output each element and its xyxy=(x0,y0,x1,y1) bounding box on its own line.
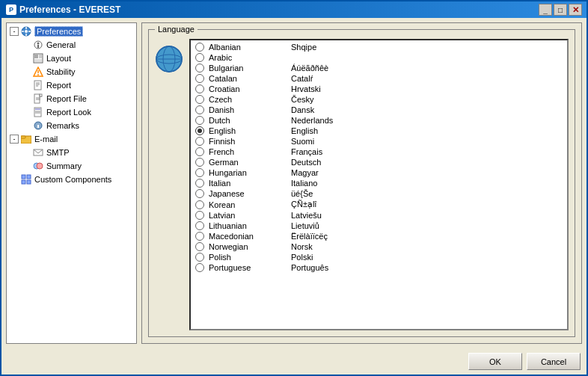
language-native: Česky xyxy=(291,95,314,104)
language-radio[interactable] xyxy=(195,211,204,220)
language-item[interactable]: PortuguesePortuguês xyxy=(192,262,566,273)
language-native: Suomi xyxy=(291,137,314,146)
minimize-button[interactable]: _ xyxy=(539,4,552,16)
language-item[interactable]: DutchNederlands xyxy=(192,115,566,126)
language-radio[interactable] xyxy=(195,43,204,52)
sidebar-item-smtp[interactable]: SMTP xyxy=(8,146,135,159)
language-item[interactable]: LithuanianLietuviů xyxy=(192,221,566,231)
language-item[interactable]: FrenchFrançais xyxy=(192,147,566,157)
language-radio[interactable] xyxy=(195,116,204,125)
language-radio[interactable] xyxy=(195,221,204,230)
language-item[interactable]: AlbanianShqipe xyxy=(192,42,566,52)
cancel-button[interactable]: Cancel xyxy=(527,353,581,370)
sidebar-item-remarks[interactable]: Remarks xyxy=(8,119,135,132)
custom-components-icon xyxy=(20,173,32,185)
language-item[interactable]: CatalanCatalŕ xyxy=(192,73,566,84)
language-native: ÇÑ±ạlî xyxy=(291,200,316,209)
remarks-label: Remarks xyxy=(46,121,79,130)
language-radio[interactable] xyxy=(195,53,204,62)
svg-rect-33 xyxy=(21,136,25,138)
language-native: Português xyxy=(291,263,328,272)
language-radio[interactable] xyxy=(195,64,204,73)
svg-rect-26 xyxy=(35,108,40,110)
language-radio[interactable] xyxy=(195,74,204,83)
language-item[interactable]: PolishPolski xyxy=(192,252,566,262)
sidebar-item-stability[interactable]: Stability xyxy=(8,65,135,78)
sidebar-item-report-look[interactable]: Report Look xyxy=(8,105,135,119)
ok-button[interactable]: OK xyxy=(468,353,522,370)
language-native: Deutsch xyxy=(291,158,321,167)
language-item[interactable]: DanishDansk xyxy=(192,105,566,115)
custom-components-label: Custom Components xyxy=(34,175,111,184)
language-radio[interactable] xyxy=(195,189,204,198)
language-radio[interactable] xyxy=(195,263,204,272)
language-radio[interactable] xyxy=(195,105,204,114)
language-item[interactable]: LatvianLatviešu xyxy=(192,210,566,221)
sidebar-item-summary[interactable]: Summary xyxy=(8,159,135,173)
language-name: French xyxy=(209,147,291,156)
language-native: Italiano xyxy=(291,179,317,188)
language-item[interactable]: GermanDeutsch xyxy=(192,157,566,167)
language-radio[interactable] xyxy=(195,168,204,177)
language-item[interactable]: MacedonianËrëlàïïcëç xyxy=(192,231,566,241)
sidebar-item-preferences[interactable]: - Preferences xyxy=(8,25,135,38)
svg-point-1 xyxy=(25,30,28,33)
sidebar-item-layout[interactable]: Layout xyxy=(8,52,135,65)
language-radio[interactable] xyxy=(195,179,204,188)
language-item[interactable]: HungarianMagyar xyxy=(192,167,566,178)
svg-rect-16 xyxy=(34,81,41,90)
language-radio[interactable] xyxy=(195,242,204,251)
sidebar-item-custom-components[interactable]: Custom Components xyxy=(8,173,135,186)
language-item[interactable]: ItalianItaliano xyxy=(192,178,566,188)
sidebar-item-report[interactable]: Report xyxy=(8,78,135,92)
close-button[interactable]: ✕ xyxy=(569,4,582,16)
stability-label: Stability xyxy=(46,67,76,76)
report-look-label: Report Look xyxy=(46,108,91,117)
language-radio[interactable] xyxy=(195,232,204,241)
language-native: üé{Še xyxy=(291,189,313,198)
sidebar-item-report-file[interactable]: Report File xyxy=(8,92,135,105)
svg-point-36 xyxy=(37,163,43,169)
language-radio[interactable] xyxy=(195,147,204,156)
language-radio[interactable] xyxy=(195,84,204,93)
sidebar-item-general[interactable]: General xyxy=(8,38,135,52)
language-native: Polski xyxy=(291,253,313,262)
language-item[interactable]: CroatianHrvatski xyxy=(192,84,566,94)
svg-rect-10 xyxy=(34,55,38,58)
report-icon xyxy=(32,79,44,91)
language-native: Áúëãðñêè xyxy=(291,64,328,73)
language-item[interactable]: FinnishSuomi xyxy=(192,136,566,147)
report-file-icon xyxy=(32,93,44,105)
language-native: Hrvatski xyxy=(291,84,321,93)
language-item[interactable]: NorwegianNorsk xyxy=(192,241,566,252)
language-name: Czech xyxy=(209,95,291,104)
language-item[interactable]: CzechČesky xyxy=(192,94,566,105)
expander-email[interactable]: - xyxy=(10,135,19,144)
maximize-button[interactable]: □ xyxy=(554,4,567,16)
language-radio[interactable] xyxy=(195,137,204,146)
main-window: P Preferences - EVEREST _ □ ✕ - xyxy=(0,0,588,376)
title-bar-buttons: _ □ ✕ xyxy=(539,4,582,16)
language-item[interactable]: KoreanÇÑ±ạlî xyxy=(192,199,566,210)
svg-rect-20 xyxy=(34,94,40,103)
language-name: Croatian xyxy=(209,84,291,93)
summary-icon xyxy=(32,160,44,172)
language-radio[interactable] xyxy=(195,158,204,167)
language-radio[interactable] xyxy=(195,95,204,104)
layout-icon xyxy=(32,52,44,64)
language-name: Arabic xyxy=(209,53,291,62)
language-item[interactable]: Arabic xyxy=(192,52,566,63)
expander-preferences[interactable]: - xyxy=(10,27,19,36)
sidebar-item-email[interactable]: - E-mail xyxy=(8,132,135,146)
language-radio[interactable] xyxy=(195,200,204,209)
language-item[interactable]: EnglishEnglish xyxy=(192,126,566,136)
language-radio[interactable] xyxy=(195,126,204,135)
language-item[interactable]: BulgarianÁúëãðñêè xyxy=(192,63,566,73)
language-name: English xyxy=(209,126,291,135)
language-list-container[interactable]: AlbanianShqipeArabicBulgarianÁúëãðñêèCat… xyxy=(189,39,569,330)
window-title: Preferences - EVEREST xyxy=(19,4,120,15)
remarks-icon xyxy=(32,120,44,132)
language-item[interactable]: Japaneseüé{Še xyxy=(192,188,566,199)
svg-rect-12 xyxy=(34,59,42,62)
language-radio[interactable] xyxy=(195,253,204,262)
